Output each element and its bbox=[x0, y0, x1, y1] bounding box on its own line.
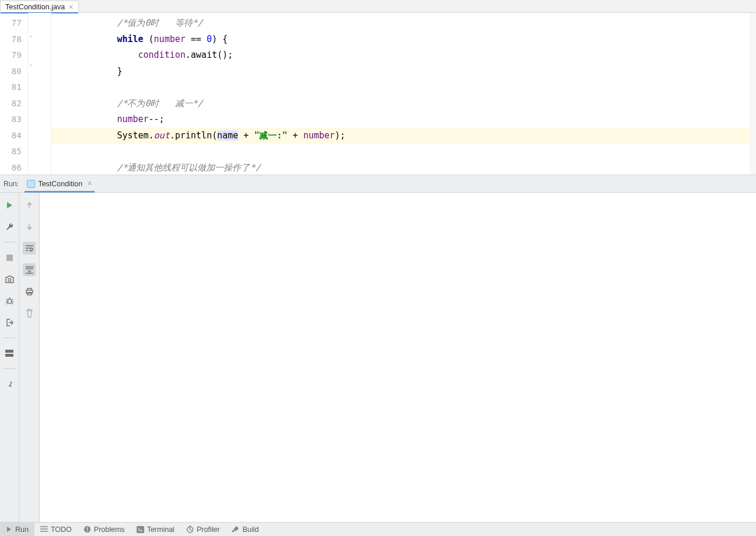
code-line[interactable]: /*不为0时 减一*/ bbox=[51, 96, 750, 112]
soft-wrap-icon[interactable] bbox=[23, 242, 36, 255]
toolwindow-tab-run[interactable]: Run bbox=[0, 523, 34, 536]
code-line[interactable]: while (number == 0) { bbox=[51, 32, 750, 48]
profiler-icon bbox=[186, 525, 194, 533]
problems-icon bbox=[83, 525, 91, 533]
svg-rect-4 bbox=[5, 354, 13, 357]
run-config-name: TestCondition bbox=[38, 180, 82, 188]
line-number: 83 bbox=[0, 112, 27, 128]
toolwindow-tab-label: Build bbox=[242, 525, 259, 534]
code-line[interactable]: number--; bbox=[51, 112, 750, 128]
toolwindow-tab-profiler[interactable]: Profiler bbox=[180, 523, 226, 536]
up-arrow-icon[interactable] bbox=[23, 199, 36, 211]
bug-icon[interactable] bbox=[3, 294, 16, 307]
run-console-output[interactable] bbox=[40, 193, 756, 522]
layout-icon[interactable] bbox=[3, 347, 16, 360]
code-line[interactable] bbox=[51, 144, 750, 160]
toolwindow-tab-terminal[interactable]: Terminal bbox=[131, 523, 180, 536]
application-icon bbox=[27, 180, 35, 188]
pin-icon[interactable] bbox=[3, 378, 16, 391]
line-number: 78 bbox=[0, 32, 27, 48]
run-button[interactable] bbox=[3, 199, 16, 211]
run-panel-body bbox=[0, 193, 756, 522]
svg-point-2 bbox=[8, 299, 11, 304]
run-panel-label: Run: bbox=[4, 180, 19, 188]
svg-rect-0 bbox=[6, 255, 13, 261]
toolwindow-tab-problems[interactable]: Problems bbox=[78, 523, 131, 536]
run-toolbar-left bbox=[0, 193, 19, 522]
toolbar-separator bbox=[4, 337, 15, 338]
line-number: 85 bbox=[0, 144, 27, 160]
exit-icon[interactable] bbox=[3, 316, 16, 329]
file-tab-testcondition[interactable]: TestCondition.java ✕ bbox=[0, 1, 79, 13]
toolwindow-tab-label: TODO bbox=[51, 525, 72, 534]
run-toolbar-secondary bbox=[19, 193, 40, 522]
svg-rect-3 bbox=[5, 350, 13, 353]
line-number: 82 bbox=[0, 96, 27, 112]
line-number: 77 bbox=[0, 15, 27, 32]
line-number: 80 bbox=[0, 64, 27, 80]
tool-window-bar: RunTODOProblemsTerminalProfilerBuild bbox=[0, 522, 756, 536]
wrench-icon[interactable] bbox=[3, 220, 16, 233]
build-icon bbox=[231, 525, 239, 533]
terminal-icon bbox=[137, 526, 144, 533]
down-arrow-icon[interactable] bbox=[23, 220, 36, 233]
line-number: 81 bbox=[0, 79, 27, 96]
print-icon[interactable] bbox=[23, 285, 36, 298]
run-panel-header: Run: TestCondition ✕ bbox=[0, 175, 756, 193]
code-editor[interactable]: /*值为0时 等待*/ while (number == 0) { condit… bbox=[51, 13, 750, 175]
scroll-to-end-icon[interactable] bbox=[23, 263, 36, 276]
editor-scrollbar[interactable] bbox=[750, 13, 756, 175]
fold-indicator-icon[interactable]: ⌄ bbox=[28, 31, 35, 38]
line-number-gutter: 77787980818283848586 bbox=[0, 13, 28, 175]
file-tabs-bar: TestCondition.java ✕ bbox=[0, 0, 756, 13]
fold-end-icon[interactable]: ⌃ bbox=[28, 63, 35, 70]
code-line[interactable]: System.out.println(name + "减一:" + number… bbox=[51, 128, 750, 144]
svg-rect-6 bbox=[87, 527, 88, 530]
toolwindow-tab-label: Profiler bbox=[197, 525, 220, 534]
run-icon bbox=[6, 526, 12, 532]
close-icon[interactable]: ✕ bbox=[68, 4, 74, 11]
code-line[interactable]: /*值为0时 等待*/ bbox=[51, 15, 750, 32]
code-line[interactable]: } bbox=[51, 64, 750, 80]
close-icon[interactable]: ✕ bbox=[87, 180, 92, 187]
todo-icon bbox=[40, 526, 48, 532]
svg-rect-8 bbox=[137, 526, 144, 533]
svg-rect-7 bbox=[87, 531, 88, 532]
toolwindow-tab-label: Problems bbox=[94, 525, 125, 534]
code-line[interactable]: condition.await(); bbox=[51, 47, 750, 64]
toolbar-separator bbox=[4, 368, 15, 369]
toolwindow-tab-label: Run bbox=[15, 525, 29, 534]
trash-icon[interactable] bbox=[23, 307, 36, 319]
toolwindow-tab-label: Terminal bbox=[147, 525, 175, 534]
svg-point-1 bbox=[8, 279, 11, 281]
line-number: 79 bbox=[0, 47, 27, 64]
stop-button[interactable] bbox=[3, 251, 16, 264]
toolwindow-tab-build[interactable]: Build bbox=[225, 523, 264, 536]
editor-area: 77787980818283848586 ⌄ ⌃ /*值为0时 等待*/ whi… bbox=[0, 13, 756, 175]
toolbar-separator bbox=[4, 242, 15, 242]
toolwindow-tab-todo[interactable]: TODO bbox=[34, 523, 78, 536]
camera-icon[interactable] bbox=[3, 273, 16, 286]
code-line[interactable] bbox=[51, 79, 750, 96]
file-tab-label: TestCondition.java bbox=[5, 3, 65, 11]
run-config-tab[interactable]: TestCondition ✕ bbox=[25, 178, 95, 190]
code-line[interactable]: /*通知其他线程可以做加一操作了*/ bbox=[51, 160, 750, 175]
marker-gutter: ⌄ ⌃ bbox=[28, 13, 51, 175]
line-number: 84 bbox=[0, 128, 27, 144]
line-number: 86 bbox=[0, 160, 27, 175]
